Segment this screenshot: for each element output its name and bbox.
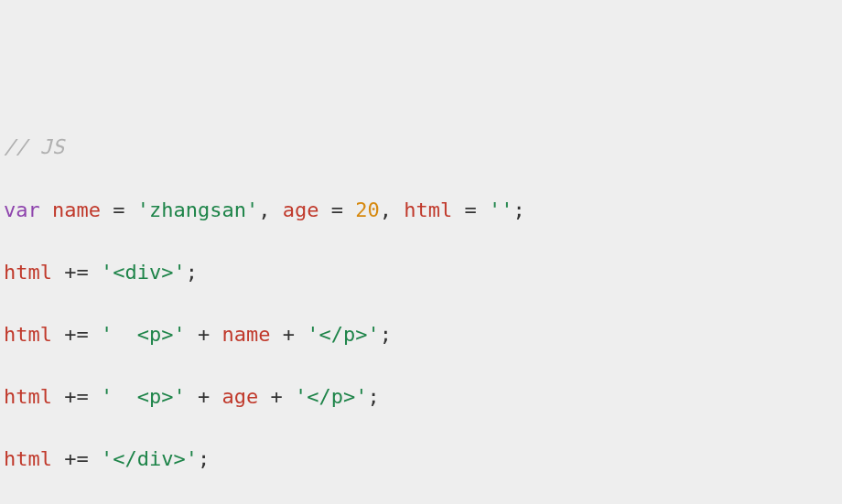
code-line: html += '<div>'; bbox=[4, 257, 838, 288]
string: '</div>' bbox=[101, 447, 198, 470]
string: '' bbox=[489, 198, 513, 221]
string: 'zhangsan' bbox=[137, 198, 258, 221]
semicolon: ; bbox=[380, 323, 392, 346]
number: 20 bbox=[355, 198, 380, 221]
identifier: html bbox=[404, 198, 452, 221]
identifier: age bbox=[221, 385, 258, 408]
identifier: html bbox=[4, 447, 52, 470]
operator: = bbox=[318, 198, 355, 221]
operator: += bbox=[52, 447, 101, 470]
comma: , bbox=[380, 198, 405, 221]
identifier: age bbox=[283, 198, 319, 221]
operator: + bbox=[186, 385, 222, 408]
string: '</p>' bbox=[307, 323, 379, 346]
operator: + bbox=[186, 323, 222, 346]
operator: += bbox=[52, 323, 101, 346]
comma: , bbox=[258, 198, 283, 221]
semicolon: ; bbox=[367, 385, 379, 408]
code-line: html += ' <p>' + name + '</p>'; bbox=[4, 319, 838, 350]
identifier: html bbox=[4, 261, 52, 284]
code-line: // JS bbox=[4, 132, 838, 163]
semicolon: ; bbox=[513, 198, 524, 221]
string: '<div>' bbox=[101, 261, 186, 284]
operator: + bbox=[258, 385, 295, 408]
identifier: name bbox=[221, 323, 270, 346]
string: ' <p>' bbox=[101, 385, 186, 408]
operator: = bbox=[452, 198, 489, 221]
identifier: html bbox=[4, 385, 52, 408]
operator: + bbox=[270, 323, 307, 346]
semicolon: ; bbox=[198, 447, 210, 470]
keyword-var: var bbox=[4, 198, 40, 221]
string: '</p>' bbox=[295, 385, 367, 408]
identifier: name bbox=[52, 198, 101, 221]
operator: += bbox=[52, 261, 101, 284]
string: ' <p>' bbox=[101, 323, 186, 346]
code-line: var name = 'zhangsan', age = 20, html = … bbox=[4, 195, 838, 226]
semicolon: ; bbox=[186, 261, 198, 284]
code-line: html += '</div>'; bbox=[4, 444, 838, 475]
operator: = bbox=[101, 198, 137, 221]
code-line: html += ' <p>' + age + '</p>'; bbox=[4, 381, 838, 413]
identifier: html bbox=[4, 323, 52, 346]
operator: += bbox=[52, 385, 101, 408]
comment: // JS bbox=[4, 135, 64, 158]
